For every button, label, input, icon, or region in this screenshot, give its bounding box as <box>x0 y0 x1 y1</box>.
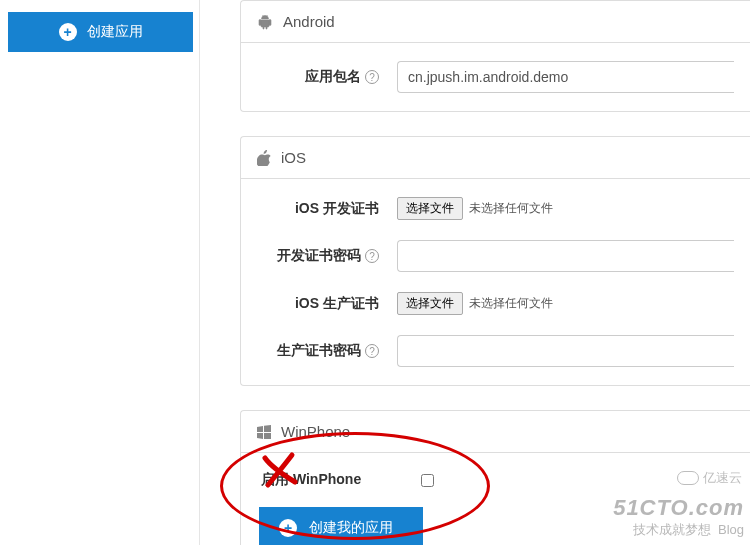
ios-panel: iOS iOS 开发证书 选择文件 未选择任何文件 开发证书密码 ? <box>240 136 750 386</box>
enable-winphone-checkbox[interactable] <box>421 474 434 487</box>
help-icon[interactable]: ? <box>365 344 379 358</box>
winphone-title: WinPhone <box>281 423 350 440</box>
prod-cert-pwd-row: 生产证书密码 ? <box>257 335 734 367</box>
dev-cert-pwd-input[interactable] <box>397 240 734 272</box>
dev-cert-label: iOS 开发证书 <box>257 200 397 218</box>
prod-cert-file-status: 未选择任何文件 <box>469 295 553 312</box>
winphone-panel-header: WinPhone <box>241 411 750 453</box>
help-icon[interactable]: ? <box>365 249 379 263</box>
apple-icon <box>257 150 271 166</box>
plus-icon: + <box>279 519 297 537</box>
android-panel: Android 应用包名 ? <box>240 0 750 112</box>
enable-winphone-label: 启用 WinPhone <box>261 471 361 489</box>
prod-cert-file-button[interactable]: 选择文件 <box>397 292 463 315</box>
ios-title: iOS <box>281 149 306 166</box>
winphone-panel: WinPhone 启用 WinPhone + 创建我的应用 <box>240 410 750 545</box>
sidebar: + 创建应用 <box>0 0 200 545</box>
windows-icon <box>257 425 271 439</box>
package-name-label: 应用包名 ? <box>257 68 397 86</box>
prod-cert-label: iOS 生产证书 <box>257 295 397 313</box>
plus-icon: + <box>59 23 77 41</box>
prod-cert-row: iOS 生产证书 选择文件 未选择任何文件 <box>257 292 734 315</box>
android-panel-header: Android <box>241 1 750 43</box>
dev-cert-pwd-row: 开发证书密码 ? <box>257 240 734 272</box>
dev-cert-file-button[interactable]: 选择文件 <box>397 197 463 220</box>
package-name-row: 应用包名 ? <box>257 61 734 93</box>
android-title: Android <box>283 13 335 30</box>
dev-cert-pwd-label: 开发证书密码 ? <box>257 247 397 265</box>
create-app-label: 创建应用 <box>87 23 143 41</box>
prod-cert-pwd-label: 生产证书密码 ? <box>257 342 397 360</box>
package-name-input[interactable] <box>397 61 734 93</box>
dev-cert-file-status: 未选择任何文件 <box>469 200 553 217</box>
android-icon <box>257 14 273 30</box>
dev-cert-row: iOS 开发证书 选择文件 未选择任何文件 <box>257 197 734 220</box>
ios-panel-header: iOS <box>241 137 750 179</box>
prod-cert-pwd-input[interactable] <box>397 335 734 367</box>
enable-winphone-row: 启用 WinPhone <box>257 471 734 489</box>
create-my-app-label: 创建我的应用 <box>309 519 393 537</box>
create-app-button[interactable]: + 创建应用 <box>8 12 193 52</box>
help-icon[interactable]: ? <box>365 70 379 84</box>
main-content: Android 应用包名 ? iOS <box>200 0 750 545</box>
create-my-app-button[interactable]: + 创建我的应用 <box>259 507 423 545</box>
